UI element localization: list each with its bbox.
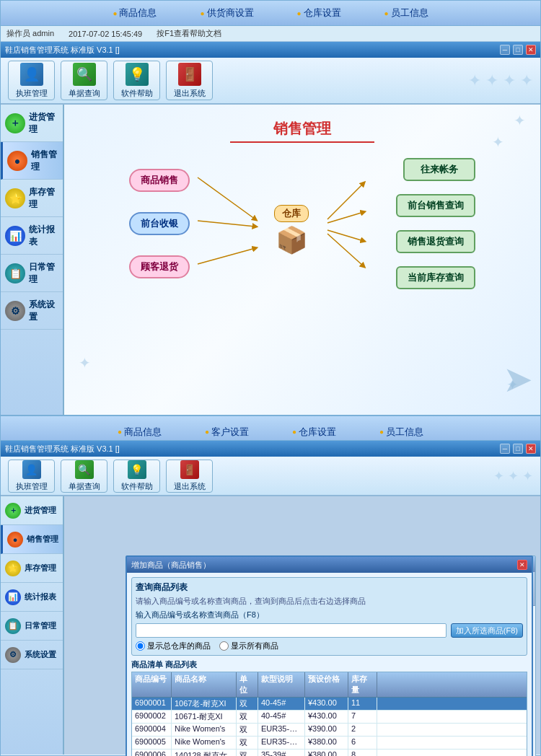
search-input[interactable]: [136, 623, 447, 638]
help-button[interactable]: 💡 软件帮助: [113, 61, 160, 100]
table-row[interactable]: 6900006 140128-耐克女 双 35-39# ¥380.00 8: [132, 750, 527, 756]
nav-warehouse[interactable]: 仓库设置: [297, 6, 341, 19]
settings-icon: ⚙: [5, 301, 25, 321]
sidebar-item-sales[interactable]: ● 销售管理: [1, 142, 63, 180]
col-id: 商品编号: [132, 672, 172, 697]
svg-line-3: [327, 183, 364, 219]
exit-icon-bot: 🚪: [180, 460, 199, 479]
diag-accounts[interactable]: 往来帐务: [403, 158, 475, 181]
radio-all[interactable]: 显示所有商品: [219, 641, 278, 651]
svg-line-2: [198, 248, 255, 264]
sidebar-item-purchase[interactable]: ＋ 进货管理: [1, 105, 63, 142]
diag-product-sales[interactable]: 商品销售: [129, 169, 190, 192]
query-button[interactable]: 🔍 单据查询: [61, 61, 107, 100]
close-button-bot[interactable]: ✕: [526, 444, 536, 454]
deco-stars: ✦ ✦ ✦ ✦: [468, 71, 533, 90]
svg-line-0: [198, 177, 255, 219]
table-row[interactable]: 6900001 1067老-耐克XI 双 40-45# ¥430.00 11: [132, 698, 527, 711]
deco-stars-bot: ✦ ✦ ✦: [493, 468, 533, 484]
sidebar-item-settings[interactable]: ⚙ 系统设置: [1, 292, 63, 330]
main-area: ＋ 进货管理 ● 销售管理 ⭐ 库存管理 📊 统计报表 📋 日常管理 ⚙ 系统设: [1, 105, 540, 415]
col-unit: 单位: [237, 672, 258, 697]
sales-icon: ●: [7, 151, 27, 171]
bot-sidebar-purchase[interactable]: ＋ 进货管理: [1, 496, 63, 525]
win-controls-bot: ─ □ ✕: [500, 444, 536, 454]
sidebar-bot: ＋ 进货管理 ● 销售管理 ⭐ 库存管理 📊 统计报表 📋 日常管理 ⚙ 系统设: [1, 496, 64, 755]
bot-sidebar-sales[interactable]: ● 销售管理: [1, 525, 63, 554]
inventory-icon: ⭐: [5, 188, 25, 208]
help-icon: 💡: [126, 63, 149, 86]
radio-warehouse-input[interactable]: [136, 641, 145, 651]
search-row: 输入商品编号或名称查询商品（F8）: [136, 610, 523, 620]
nav-supplier[interactable]: 供货商设置: [200, 6, 253, 19]
warehouse-label: 仓库: [274, 205, 309, 222]
help-button-bot[interactable]: 💡 软件帮助: [113, 460, 160, 493]
modal-title: 增加商品（商品销售） ✕: [127, 557, 532, 573]
search-title: 查询商品列表: [136, 581, 523, 594]
radio-all-input[interactable]: [219, 641, 229, 651]
radio-warehouse[interactable]: 显示总仓库的商品: [136, 641, 211, 651]
bot-sidebar-settings[interactable]: ⚙ 系统设置: [1, 641, 63, 669]
bottom-window: 鞋店销售管理系统 标准版 V3.1 [] ─ □ ✕ 👤 执班管理 🔍 单据查询…: [0, 440, 541, 756]
bot-nav-customer[interactable]: 客户设置: [205, 426, 249, 439]
win-title-bot: 鞋店销售管理系统 标准版 V3.1 [] ─ □ ✕: [1, 441, 540, 457]
shift-manage-button-bot[interactable]: 👤 执班管理: [8, 460, 55, 493]
bot-sidebar-daily[interactable]: 📋 日常管理: [1, 612, 63, 641]
shift-icon: 👤: [20, 63, 43, 86]
sidebar-item-daily[interactable]: 📋 日常管理: [1, 255, 63, 292]
minimize-button[interactable]: ─: [500, 45, 510, 55]
nav-product-info[interactable]: 商品信息: [113, 6, 157, 19]
bot-sidebar-reports[interactable]: 📊 统计报表: [1, 583, 63, 612]
timestamp1: 2017-07-02 15:45:49: [69, 30, 142, 38]
bot-inventory-icon: ⭐: [5, 561, 21, 576]
maximize-button-bot[interactable]: □: [513, 444, 523, 454]
col-name: 商品名称: [172, 672, 237, 697]
add-selected-button[interactable]: 加入所选商品(F8): [451, 623, 523, 638]
diag-return-query[interactable]: 销售退货查询: [396, 230, 475, 253]
minimize-button-bot[interactable]: ─: [500, 444, 510, 454]
query-button-bot[interactable]: 🔍 单据查询: [61, 460, 107, 493]
search-input-row: 加入所选商品(F8): [136, 623, 523, 638]
svg-line-6: [327, 234, 364, 266]
status-bar-top: 操作员 admin 2017-07-02 15:45:49 按F1查看帮助文档: [1, 26, 540, 42]
diag-return[interactable]: 顾客退货: [129, 255, 190, 278]
bot-sales-icon: ●: [7, 532, 23, 548]
modal-body: 查询商品列表 请输入商品编号或名称查询商品，查询到商品后点击右边选择商品 输入商…: [127, 573, 532, 756]
bot-nav-warehouse[interactable]: 仓库设置: [292, 426, 336, 439]
list-body: 6900001 1067老-耐克XI 双 40-45# ¥430.00 11 6…: [132, 698, 527, 756]
query-icon: 🔍: [73, 63, 96, 86]
svg-line-1: [198, 221, 255, 227]
bot-sidebar-inventory[interactable]: ⭐ 库存管理: [1, 554, 63, 583]
exit-button-bot[interactable]: 🚪 退出系统: [166, 460, 213, 493]
bot-nav-employee[interactable]: 员工信息: [379, 426, 423, 439]
diagram-title: 销售管理: [79, 119, 526, 143]
top-window: 商品信息 供货商设置 仓库设置 员工信息 操作员 admin 2017-07-0…: [0, 0, 541, 440]
bot-purchase-icon: ＋: [5, 503, 21, 519]
reports-icon: 📊: [5, 226, 25, 246]
close-button[interactable]: ✕: [526, 45, 536, 55]
content-area: ✦ ✦ ✦ ✦ 销售管理 商品销售 前台收银 顾客退货 仓库 📦: [64, 105, 540, 415]
bot-main: ＋ 进货管理 ● 销售管理 ⭐ 库存管理 📊 统计报表 📋 日常管理 ⚙ 系统设: [1, 496, 540, 755]
diag-stock-query[interactable]: 当前库存查询: [396, 266, 475, 289]
shift-manage-button[interactable]: 👤 执班管理: [8, 61, 55, 100]
table-row[interactable]: 6900004 Nike Women's 双 EUR35-39# ¥390.00…: [132, 724, 527, 737]
col-price: 预设价格: [305, 672, 348, 697]
diag-cashier[interactable]: 前台收银: [129, 212, 190, 235]
sidebar-item-reports[interactable]: 📊 统计报表: [1, 217, 63, 255]
table-row[interactable]: 6900005 Nike Women's 双 EUR35-39# ¥380.00…: [132, 737, 527, 750]
search-hint: 请输入商品编号或名称查询商品，查询到商品后点击右边选择商品: [136, 596, 523, 607]
product-modal: 增加商品（商品销售） ✕ 查询商品列表 请输入商品编号或名称查询商品，查询到商品…: [126, 555, 533, 756]
modal-close-button[interactable]: ✕: [517, 560, 527, 570]
maximize-button[interactable]: □: [513, 45, 523, 55]
sidebar-top: ＋ 进货管理 ● 销售管理 ⭐ 库存管理 📊 统计报表 📋 日常管理 ⚙ 系统设: [1, 105, 64, 415]
win-controls: ─ □ ✕: [500, 45, 536, 55]
toolbar-top: 👤 执班管理 🔍 单据查询 💡 软件帮助 🚪 退出系统 ✦ ✦ ✦ ✦: [1, 58, 540, 105]
bot-content: 增加商品（商品销售） ✕ 查询商品列表 请输入商品编号或名称查询商品，查询到商品…: [64, 496, 540, 755]
sidebar-item-inventory[interactable]: ⭐ 库存管理: [1, 180, 63, 217]
radio-row: 显示总仓库的商品 显示所有商品: [136, 641, 523, 651]
exit-button[interactable]: 🚪 退出系统: [166, 61, 213, 100]
table-row[interactable]: 6900002 10671-耐克XI 双 40-45# ¥430.00 7: [132, 711, 527, 724]
nav-employee[interactable]: 员工信息: [384, 6, 428, 19]
diag-sales-query[interactable]: 前台销售查询: [396, 194, 475, 217]
bot-nav-product[interactable]: 商品信息: [118, 426, 162, 439]
